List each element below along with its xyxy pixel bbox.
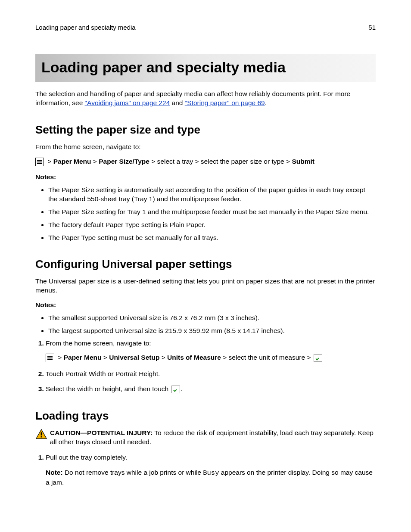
link-avoiding-jams[interactable]: "Avoiding jams" on page 224 bbox=[85, 99, 170, 106]
s2-steps: From the home screen, navigate to: > Pap… bbox=[35, 339, 376, 394]
menu-icon bbox=[46, 354, 54, 362]
step-note: Note: Do not remove trays while a job pr… bbox=[46, 468, 376, 487]
caution-icon bbox=[35, 429, 47, 447]
s2-notes-label: Notes: bbox=[35, 301, 376, 309]
list-item: The Paper Size setting for Tray 1 and th… bbox=[48, 207, 376, 217]
heading-loading-trays: Loading trays bbox=[35, 409, 376, 423]
page-title: Loading paper and specialty media bbox=[41, 59, 370, 76]
step-item: From the home screen, navigate to: > Pap… bbox=[46, 339, 376, 362]
s1-lead: From the home screen, navigate to: bbox=[35, 143, 376, 152]
header-page-number: 51 bbox=[368, 24, 376, 31]
s2-lead: The Universal paper size is a user‑defin… bbox=[35, 277, 376, 295]
link-storing-paper[interactable]: "Storing paper" on page 69 bbox=[185, 99, 265, 106]
caution-text: CAUTION—POTENTIAL INJURY: To reduce the … bbox=[50, 429, 376, 447]
menu-icon bbox=[35, 158, 44, 166]
list-item: The factory default Paper Type setting i… bbox=[48, 220, 376, 230]
running-header: Loading paper and specialty media 51 bbox=[35, 24, 376, 33]
step-item: Touch Portrait Width or Portrait Height. bbox=[46, 369, 376, 379]
s2-nav-path: > Paper Menu > Universal Setup > Units o… bbox=[46, 353, 376, 362]
checkmark-icon bbox=[314, 354, 322, 362]
step-item: Pull out the tray completely. Note: Do n… bbox=[46, 453, 376, 487]
caution-block: CAUTION—POTENTIAL INJURY: To reduce the … bbox=[35, 429, 376, 447]
document-page: Loading paper and specialty media 51 Loa… bbox=[0, 0, 411, 519]
heading-configuring-universal: Configuring Universal paper settings bbox=[35, 258, 376, 271]
s3-steps: Pull out the tray completely. Note: Do n… bbox=[35, 453, 376, 487]
title-bar: Loading paper and specialty media bbox=[35, 54, 376, 82]
svg-rect-1 bbox=[41, 432, 42, 436]
checkmark-icon bbox=[171, 386, 180, 393]
s2-notes-list: The smallest supported Universal size is… bbox=[35, 313, 376, 335]
list-item: The smallest supported Universal size is… bbox=[48, 313, 376, 323]
list-item: The Paper Size setting is automatically … bbox=[48, 185, 376, 204]
svg-rect-2 bbox=[41, 436, 42, 438]
step-item: Select the width or height, and then tou… bbox=[46, 384, 376, 394]
s1-notes-label: Notes: bbox=[35, 173, 376, 181]
header-section: Loading paper and specialty media bbox=[35, 24, 136, 31]
intro-paragraph: The selection and handling of paper and … bbox=[35, 90, 376, 108]
list-item: The Paper Type setting must be set manua… bbox=[48, 233, 376, 243]
list-item: The largest supported Universal size is … bbox=[48, 326, 376, 336]
s1-notes-list: The Paper Size setting is automatically … bbox=[35, 185, 376, 242]
s1-nav-path: > Paper Menu > Paper Size/Type > select … bbox=[35, 158, 376, 166]
heading-setting-paper-size: Setting the paper size and type bbox=[35, 123, 376, 137]
